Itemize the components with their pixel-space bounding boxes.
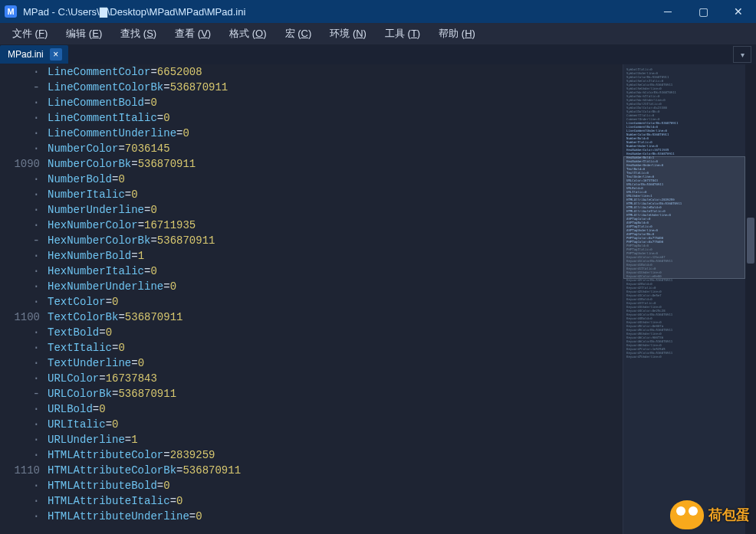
gutter-mark: · (0, 447, 40, 463)
code-line[interactable]: TextColor=0 (48, 294, 623, 310)
code-area[interactable]: LineCommentColor=6652008LineCommentColor… (48, 64, 623, 534)
code-line[interactable]: URLBold=0 (48, 401, 623, 417)
code-line[interactable]: URLItalic=0 (48, 417, 623, 432)
menu-item-n[interactable]: 环境 (N) (320, 25, 376, 43)
code-line[interactable]: TextColorBk=536870911 (48, 310, 623, 325)
gutter-mark: 1100 (0, 310, 40, 325)
code-line[interactable]: URLUnderline=1 (48, 432, 623, 447)
close-button[interactable]: ✕ (721, 0, 756, 23)
gutter-mark: · (0, 218, 40, 233)
gutter-mark: · (0, 248, 40, 264)
tab-overflow-button[interactable]: ▾ (733, 46, 751, 63)
code-line[interactable]: URLColorBk=536870911 (48, 386, 623, 401)
app-icon: M (5, 5, 17, 18)
menu-item-s[interactable]: 查找 (S) (111, 25, 166, 43)
gutter-mark: · (0, 371, 40, 386)
tabbar: MPad.ini × ▾ (0, 44, 756, 64)
scrollbar-thumb[interactable] (747, 218, 754, 264)
code-line[interactable]: HexNumberBold=1 (48, 248, 623, 264)
gutter-mark: · (0, 355, 40, 371)
vertical-scrollbar[interactable] (745, 64, 756, 534)
code-line[interactable]: LineCommentColorBk=536870911 (48, 80, 623, 95)
menu-item-c[interactable]: 宏 (C) (276, 25, 321, 43)
code-line[interactable]: NumberColorBk=536870911 (48, 156, 623, 172)
main-area: ·-····1090····-····1100····-····1110··· … (0, 64, 756, 534)
gutter-mark: · (0, 264, 40, 279)
titlebar[interactable]: M MPad - C:\Users\▇\Desktop\MPad\MPad\MP… (0, 0, 756, 23)
gutter-mark: · (0, 478, 40, 493)
code-line[interactable]: HexNumberColorBk=536870911 (48, 233, 623, 248)
application-window: M MPad - C:\Users\▇\Desktop\MPad\MPad\MP… (0, 0, 756, 534)
tab-label: MPad.ini (8, 49, 44, 60)
code-line[interactable]: HTMLAttributeColor=2839259 (48, 447, 623, 463)
tab-active[interactable]: MPad.ini × (0, 45, 68, 64)
gutter-mark: 1090 (0, 156, 40, 172)
minimap[interactable]: SymbolItalic=0SymbolUnderline=0SymbolCol… (623, 64, 745, 534)
maximize-button[interactable]: ▢ (685, 0, 721, 23)
code-line[interactable]: HexNumberColor=16711935 (48, 218, 623, 233)
gutter-mark: · (0, 493, 40, 509)
gutter-mark: - (0, 80, 40, 95)
code-line[interactable]: HexNumberUnderline=0 (48, 279, 623, 294)
menu-item-o[interactable]: 格式 (O) (220, 25, 275, 43)
editor[interactable]: ·-····1090····-····1100····-····1110··· … (0, 64, 623, 534)
gutter-mark: · (0, 126, 40, 141)
menu-item-v[interactable]: 查看 (V) (166, 25, 220, 43)
gutter-mark: · (0, 294, 40, 310)
gutter-mark: · (0, 110, 40, 126)
code-line[interactable]: TextUnderline=0 (48, 355, 623, 371)
tab-close-button[interactable]: × (50, 48, 62, 61)
code-line[interactable]: TextItalic=0 (48, 340, 623, 355)
gutter-mark: · (0, 509, 40, 524)
code-line[interactable]: NumberItalic=0 (48, 187, 623, 202)
gutter-mark: · (0, 95, 40, 110)
gutter-mark: · (0, 64, 40, 80)
menu-item-t[interactable]: 工具 (T) (376, 25, 429, 43)
code-line[interactable]: LineCommentBold=0 (48, 95, 623, 110)
gutter-mark: - (0, 386, 40, 401)
menu-item-e[interactable]: 编辑 (E) (57, 25, 111, 43)
window-title: MPad - C:\Users\▇\Desktop\MPad\MPad\MPad… (23, 6, 650, 18)
code-line[interactable]: HexNumberItalic=0 (48, 264, 623, 279)
line-number-gutter: ·-····1090····-····1100····-····1110··· (0, 64, 48, 534)
gutter-mark: · (0, 279, 40, 294)
gutter-mark: · (0, 202, 40, 218)
code-line[interactable]: HTMLAttributeBold=0 (48, 478, 623, 493)
code-line[interactable]: TextBold=0 (48, 325, 623, 340)
code-line[interactable]: LineCommentItalic=0 (48, 110, 623, 126)
gutter-mark: · (0, 172, 40, 187)
code-line[interactable]: NumberBold=0 (48, 172, 623, 187)
menu-item-h[interactable]: 帮助 (H) (429, 25, 485, 43)
code-line[interactable]: NumberUnderline=0 (48, 202, 623, 218)
code-line[interactable]: HTMLAttributeColorBk=536870911 (48, 463, 623, 478)
gutter-mark: 1110 (0, 463, 40, 478)
code-line[interactable]: HTMLAttributeUnderline=0 (48, 509, 623, 524)
gutter-mark: - (0, 233, 40, 248)
menubar: 文件 (F)编辑 (E)查找 (S)查看 (V)格式 (O)宏 (C)环境 (N… (0, 23, 756, 44)
minimap-line: Keyword7Underline=0 (626, 355, 742, 359)
menu-item-f[interactable]: 文件 (F) (3, 25, 57, 43)
code-line[interactable]: URLColor=16737843 (48, 371, 623, 386)
gutter-mark: · (0, 141, 40, 156)
minimize-button[interactable]: ─ (650, 0, 685, 23)
code-line[interactable]: LineCommentColor=6652008 (48, 64, 623, 80)
code-line[interactable]: HTMLAttributeItalic=0 (48, 493, 623, 509)
gutter-mark: · (0, 187, 40, 202)
code-line[interactable]: LineCommentUnderline=0 (48, 126, 623, 141)
gutter-mark: · (0, 401, 40, 417)
code-line[interactable]: NumberColor=7036145 (48, 141, 623, 156)
gutter-mark: · (0, 340, 40, 355)
gutter-mark: · (0, 417, 40, 432)
minimap-viewport[interactable] (623, 156, 745, 279)
gutter-mark: · (0, 325, 40, 340)
gutter-mark: · (0, 432, 40, 447)
